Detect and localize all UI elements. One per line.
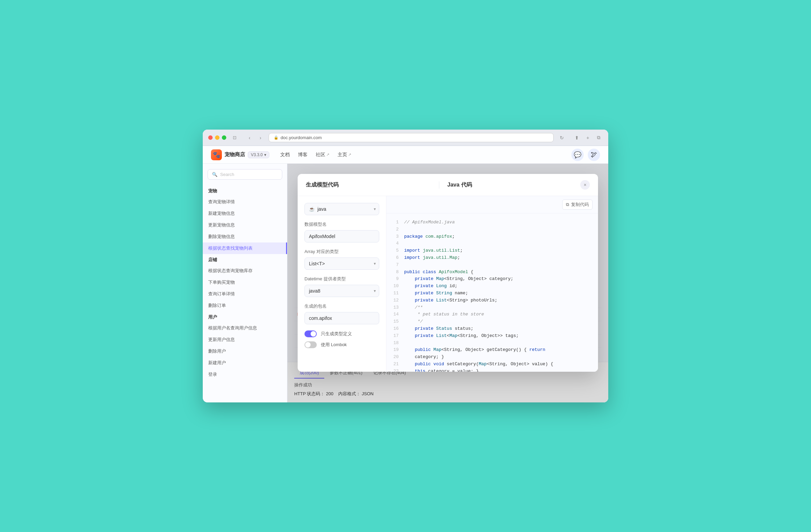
nav-user-query[interactable]: 根据用户名查询用户信息 xyxy=(203,322,287,334)
split-btn[interactable]: ⧉ xyxy=(595,134,603,142)
chevron-down-icon-3: ▾ xyxy=(374,289,376,293)
chevron-down-icon-2: ▾ xyxy=(374,261,376,266)
code-text-5: import java.util.List; xyxy=(404,247,463,254)
line-num-14: 14 xyxy=(392,311,399,318)
line-num-11: 11 xyxy=(392,290,399,297)
code-line-11: 11 private String name; xyxy=(392,290,593,297)
version-badge[interactable]: V3.3.0 ▾ xyxy=(248,151,269,158)
search-box[interactable]: 🔍 xyxy=(208,169,282,180)
nav-item-community[interactable]: 社区 ↗ xyxy=(316,152,329,158)
nav-store-order-detail[interactable]: 查询订单详情 xyxy=(203,288,287,300)
code-text-8: public class ApifoxModel { xyxy=(404,269,473,276)
address-bar[interactable]: 🔒 doc.yourdomain.com xyxy=(269,133,554,142)
modal-left-panel: ☕ java ▾ 数据模型名 xyxy=(298,196,386,372)
nav-store-delete-order[interactable]: 删除订单 xyxy=(203,300,287,311)
nav-blog-label: 博客 xyxy=(298,152,308,158)
maximize-traffic-light[interactable] xyxy=(222,135,226,140)
sidebar-toggle-btn[interactable]: ⊡ xyxy=(230,134,239,142)
datetime-select-wrapper: java8 ▾ xyxy=(304,285,379,297)
modal: 生成模型代码 Java 代码 × ☕ xyxy=(298,174,598,372)
code-line-22: 22 this.category = value; } xyxy=(392,368,593,372)
version-text: V3.3.0 xyxy=(251,152,263,157)
language-group: ☕ java ▾ xyxy=(304,203,379,215)
minimize-traffic-light[interactable] xyxy=(215,135,219,140)
datetime-value: java8 xyxy=(309,288,320,294)
nav-pet-detail[interactable]: 查询宠物详情 xyxy=(203,196,287,208)
line-num-6: 6 xyxy=(392,254,399,262)
main-layout: 🔍 宠物 查询宠物详情 新建宠物信息 更新宠物信息 删除宠物信息 根据状态查找宠… xyxy=(203,164,608,402)
forward-btn[interactable]: › xyxy=(256,134,265,142)
code-line-9: 9 private Map<String, Object> category; xyxy=(392,276,593,283)
nav-item-blog[interactable]: 博客 xyxy=(298,152,308,158)
reload-btn[interactable]: ↻ xyxy=(558,134,566,142)
language-select[interactable]: ☕ java xyxy=(304,203,379,215)
copy-code-button[interactable]: ⧉ 复制代码 xyxy=(562,200,593,210)
code-line-17: 17 private List<Map<String, Object>> tag… xyxy=(392,332,593,340)
code-text-18 xyxy=(404,340,407,347)
new-tab-btn[interactable]: + xyxy=(584,134,592,142)
nav-pet-delete[interactable]: 删除宠物信息 xyxy=(203,231,287,242)
toggle-type-label: 只生成类型定义 xyxy=(321,331,352,337)
code-text-17: private List<Map<String, Object>> tags; xyxy=(404,332,519,340)
code-toolbar: ⧉ 复制代码 xyxy=(386,196,598,213)
code-text-12: private List<String> photoUrls; xyxy=(404,297,497,304)
section-title-user: 用户 xyxy=(203,311,287,322)
code-line-6: 6 import java.util.Map; xyxy=(392,254,593,262)
share-btn[interactable]: ⬆ xyxy=(573,134,581,142)
wechat-btn[interactable]: 💬 xyxy=(571,149,584,161)
code-text-3: package com.apifox; xyxy=(404,233,455,240)
package-name-label: 生成的包名 xyxy=(304,303,379,309)
language-label: java xyxy=(317,206,326,212)
code-line-7: 7 xyxy=(392,262,593,269)
nav-community-label: 社区 xyxy=(316,152,325,158)
code-line-10: 10 private Long id; xyxy=(392,283,593,290)
nav-pet-update[interactable]: 更新宠物信息 xyxy=(203,219,287,231)
code-line-21: 21 public void setCategory(Map<String, O… xyxy=(392,361,593,368)
line-num-8: 8 xyxy=(392,269,399,276)
search-input[interactable] xyxy=(220,172,278,177)
package-name-group: 生成的包名 xyxy=(304,303,379,324)
nav-pet-status[interactable]: 根据状态查找宠物列表 xyxy=(203,242,287,254)
nav-user-delete[interactable]: 删除用户 xyxy=(203,345,287,357)
line-num-22: 22 xyxy=(392,368,399,372)
datetime-select[interactable]: java8 xyxy=(304,285,379,297)
toggle-type-only[interactable] xyxy=(304,330,317,337)
lock-icon: 🔒 xyxy=(274,135,279,140)
back-btn[interactable]: ‹ xyxy=(245,134,254,142)
code-line-15: 15 */ xyxy=(392,318,593,325)
model-name-input[interactable] xyxy=(304,230,379,242)
url-text: doc.yourdomain.com xyxy=(281,135,322,140)
toggle-type-row: 只生成类型定义 xyxy=(304,330,379,337)
line-num-12: 12 xyxy=(392,297,399,304)
code-text-19: public Map<String, Object> getCategory()… xyxy=(404,346,545,354)
line-num-5: 5 xyxy=(392,247,399,254)
array-type-select[interactable]: List<T> xyxy=(304,257,379,270)
modal-title-right: Java 代码 xyxy=(439,181,581,189)
java-icon: ☕ xyxy=(309,206,315,212)
nav-item-home[interactable]: 主页 ↗ xyxy=(338,152,351,158)
line-num-19: 19 xyxy=(392,346,399,354)
code-line-18: 18 xyxy=(392,340,593,347)
toggle-knob-type xyxy=(311,331,316,337)
close-traffic-light[interactable] xyxy=(208,135,213,140)
nav-user-login[interactable]: 登录 xyxy=(203,369,287,380)
language-select-wrapper: ☕ java ▾ xyxy=(304,203,379,215)
header-nav: 文档 博客 社区 ↗ 主页 ↗ xyxy=(280,152,351,158)
nav-user-create[interactable]: 新建用户 xyxy=(203,357,287,369)
nav-user-update[interactable]: 更新用户信息 xyxy=(203,334,287,345)
traffic-lights xyxy=(208,135,226,140)
nav-item-docs[interactable]: 文档 xyxy=(280,152,290,158)
nav-store-inventory[interactable]: 根据状态查询宠物库存 xyxy=(203,265,287,277)
code-text-16: private Status status; xyxy=(404,325,473,332)
line-num-3: 3 xyxy=(392,233,399,240)
nav-store-order[interactable]: 下单购买宠物 xyxy=(203,277,287,288)
user-btn[interactable]: 🕊 xyxy=(588,149,600,161)
toggle-lombok[interactable] xyxy=(304,341,317,348)
model-name-group: 数据模型名 xyxy=(304,221,379,242)
package-name-input[interactable] xyxy=(304,312,379,324)
modal-close-btn[interactable]: × xyxy=(580,180,590,190)
code-line-5: 5 import java.util.List; xyxy=(392,247,593,254)
toggle-knob-lombok xyxy=(305,342,311,348)
nav-home-label: 主页 xyxy=(338,152,347,158)
nav-pet-create[interactable]: 新建宠物信息 xyxy=(203,208,287,219)
